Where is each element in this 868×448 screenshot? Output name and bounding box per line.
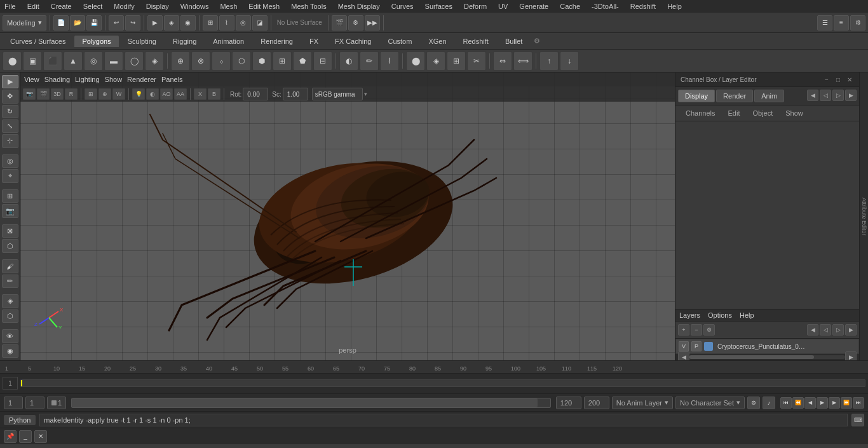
layers-nav-next[interactable]: ▶ bbox=[845, 90, 857, 101]
scale-value[interactable]: 1.00 bbox=[283, 88, 308, 100]
timeline-current-frame[interactable]: 1 bbox=[3, 377, 18, 390]
frame-all-button[interactable]: ⊠ bbox=[2, 224, 18, 238]
gamma-mode[interactable]: sRGB gamma bbox=[312, 88, 363, 100]
tab-custom[interactable]: Custom bbox=[381, 36, 420, 47]
sub-tab-show[interactable]: Show bbox=[780, 108, 808, 118]
goto-end-btn[interactable]: ⏭ bbox=[853, 397, 864, 409]
shelf-mirror[interactable]: ⇔ bbox=[493, 51, 512, 71]
shelf-smooth[interactable]: ◐ bbox=[339, 51, 358, 71]
transform-tool-button[interactable]: ⊹ bbox=[2, 134, 18, 147]
menu-mesh[interactable]: Mesh bbox=[218, 3, 239, 10]
wireframe-button[interactable]: ⬡ bbox=[2, 309, 18, 323]
snap-grid[interactable]: ⊞ bbox=[203, 15, 218, 31]
layer-last-btn[interactable]: ▶ bbox=[845, 324, 857, 336]
tab-fx[interactable]: FX bbox=[302, 36, 326, 47]
move-tool-button[interactable]: ✥ bbox=[2, 90, 18, 103]
sub-tab-edit[interactable]: Edit bbox=[722, 108, 745, 118]
viewport-menu-lighting[interactable]: Lighting bbox=[75, 76, 100, 83]
shelf-extra2[interactable]: ↓ bbox=[560, 51, 579, 71]
new-layer-btn[interactable]: + bbox=[678, 324, 689, 336]
window-close-btn[interactable]: ✕ bbox=[34, 430, 47, 443]
menu-redshift[interactable]: Redshift bbox=[628, 3, 658, 10]
shelf-extra1[interactable]: ↑ bbox=[539, 51, 559, 71]
lasso-tool[interactable]: ◈ bbox=[164, 15, 179, 31]
menu-uv[interactable]: UV bbox=[496, 3, 510, 10]
new-button[interactable]: 📄 bbox=[53, 15, 69, 31]
menu-select[interactable]: Select bbox=[81, 3, 105, 10]
show-hide-button[interactable]: 👁 bbox=[2, 329, 18, 343]
paint-button[interactable]: 🖌 bbox=[2, 259, 18, 273]
shelf-layout[interactable]: ⊞ bbox=[447, 51, 466, 71]
vp-pivot-btn[interactable]: ⊕ bbox=[98, 88, 111, 100]
menu-edit[interactable]: Edit bbox=[25, 3, 41, 10]
panel-close-icon[interactable]: ✕ bbox=[845, 75, 854, 84]
tab-render[interactable]: Render bbox=[716, 90, 753, 102]
timeline-track[interactable]: 1 bbox=[0, 374, 868, 393]
step-forward-btn[interactable]: ⏩ bbox=[841, 397, 852, 409]
menu-deform[interactable]: Deform bbox=[462, 3, 489, 10]
menu-display[interactable]: Display bbox=[144, 3, 171, 10]
frame-field-3[interactable]: 1 bbox=[47, 397, 66, 409]
render-sequence[interactable]: ▶▶ bbox=[365, 15, 380, 31]
python-command[interactable]: makeIdentity -apply true -t 1 -r 1 -s 1 … bbox=[39, 414, 848, 426]
shelf-cylinder[interactable]: ⬛ bbox=[43, 51, 62, 71]
shelf-cut[interactable]: ✂ bbox=[467, 51, 486, 71]
script-editor-btn[interactable]: ⌨ bbox=[851, 414, 864, 426]
tab-redshift[interactable]: Redshift bbox=[456, 36, 496, 47]
tab-xgen[interactable]: XGen bbox=[421, 36, 454, 47]
next-frame-btn[interactable]: ▶ bbox=[829, 397, 840, 409]
shelf-disk[interactable]: ◯ bbox=[125, 51, 144, 71]
sub-tab-channels[interactable]: Channels bbox=[681, 108, 720, 118]
shelf-sphere[interactable]: ⬤ bbox=[3, 51, 22, 71]
isolate-button[interactable]: ◉ bbox=[2, 344, 18, 358]
layers-scrollbar[interactable] bbox=[689, 355, 845, 359]
shelf-plane[interactable]: ▬ bbox=[104, 51, 123, 71]
playback-range-bar[interactable] bbox=[71, 398, 551, 408]
menu-generate[interactable]: Generate bbox=[517, 3, 550, 10]
select-tool[interactable]: ▶ bbox=[147, 15, 163, 31]
save-button[interactable]: 💾 bbox=[86, 15, 102, 31]
layer-p-btn[interactable]: P bbox=[691, 341, 702, 351]
lasso-select-button[interactable]: ⌖ bbox=[2, 169, 18, 182]
shelf-extrude[interactable]: ⬡ bbox=[232, 51, 251, 71]
sub-tab-object[interactable]: Object bbox=[747, 108, 778, 118]
snap-surface[interactable]: ◪ bbox=[252, 15, 268, 31]
shelf-separate[interactable]: ⊗ bbox=[191, 51, 210, 71]
menu-help[interactable]: Help bbox=[665, 3, 684, 10]
snap-settings-button[interactable]: ⊞ bbox=[2, 189, 18, 203]
soft-select-button[interactable]: ◎ bbox=[2, 154, 18, 168]
layer-prev-btn[interactable]: ◁ bbox=[820, 324, 831, 336]
shelf-symmetry[interactable]: ⟺ bbox=[513, 51, 532, 71]
timeline-playhead[interactable] bbox=[21, 380, 22, 386]
menu-mesh-tools[interactable]: Mesh Tools bbox=[289, 3, 328, 10]
tab-rigging[interactable]: Rigging bbox=[165, 36, 204, 47]
render-view[interactable]: 🎬 bbox=[332, 15, 347, 31]
tab-bullet[interactable]: Bullet bbox=[498, 36, 531, 47]
layers-nav-next2[interactable]: ▷ bbox=[832, 90, 844, 101]
vp-wireframe-btn[interactable]: W bbox=[112, 88, 125, 100]
tab-display[interactable]: Display bbox=[678, 90, 715, 102]
timeline-bar[interactable] bbox=[20, 379, 865, 387]
window-min-btn[interactable]: _ bbox=[19, 430, 32, 443]
layer-item[interactable]: V P Cryptocercus_Punctulatus_001_layer bbox=[675, 339, 859, 354]
shelf-bridge[interactable]: ⬢ bbox=[252, 51, 271, 71]
attribute-editor-icon[interactable]: ≡ bbox=[834, 15, 849, 31]
vp-camera-btn[interactable]: 📷 bbox=[23, 88, 36, 100]
tab-animation[interactable]: Animation bbox=[205, 36, 252, 47]
range-end-field[interactable]: 120 bbox=[556, 397, 581, 409]
attribute-editor-strip[interactable]: Attribute Editor bbox=[859, 72, 868, 360]
rotation-value[interactable]: 0.00 bbox=[243, 88, 268, 100]
tool-settings-icon[interactable]: ⚙ bbox=[850, 15, 865, 31]
menu-create[interactable]: Create bbox=[49, 3, 74, 10]
undo-button[interactable]: ↩ bbox=[109, 15, 124, 31]
frame-field-1[interactable]: 1 bbox=[4, 397, 23, 409]
frame-selected-button[interactable]: ⬡ bbox=[2, 239, 18, 252]
snap-curve[interactable]: ⌇ bbox=[219, 15, 234, 31]
layer-options-btn[interactable]: ⚙ bbox=[703, 324, 715, 336]
vp-xray-btn[interactable]: X bbox=[194, 88, 207, 100]
vp-film-btn[interactable]: 🎬 bbox=[37, 88, 50, 100]
viewport-menu-shading[interactable]: Shading bbox=[44, 76, 70, 83]
menu-file[interactable]: File bbox=[3, 3, 18, 10]
viewport[interactable]: View Shading Lighting Show Renderer Pane… bbox=[20, 72, 675, 360]
character-set-dropdown[interactable]: No Character Set ▾ bbox=[675, 397, 745, 409]
